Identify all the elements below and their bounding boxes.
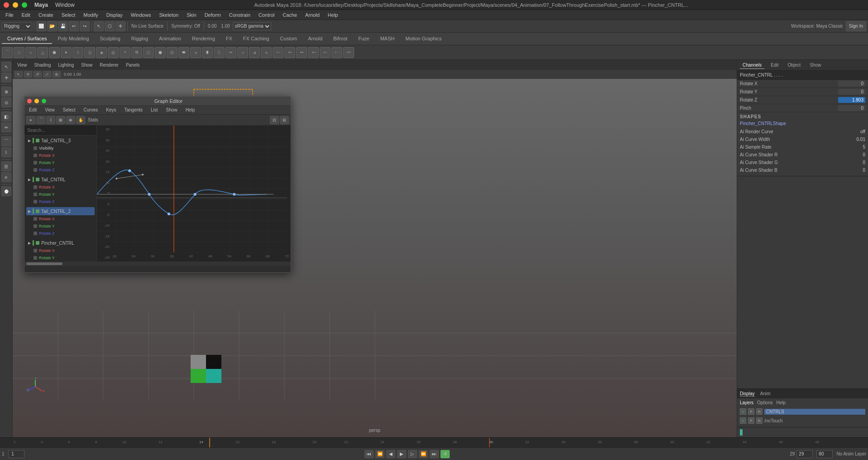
ge-sub-rotatey-pincher[interactable]: Rotate Y [26,254,95,261]
render-btn[interactable]: ◧ [1,111,11,121]
next-frame-btn[interactable]: ▷ [408,450,417,458]
sculpt-btn[interactable]: ⌇ [1,147,11,157]
ge-sub-rotatex-tail[interactable]: Rotate X [26,184,95,191]
channel-rotate-z[interactable]: Rotate Z 1.803 [737,96,868,104]
shelf-icon-12[interactable]: ⧉ [131,47,142,58]
vp-menu-view[interactable]: View [14,62,30,68]
tab-sculpting[interactable]: Sculpting [95,34,126,44]
tab-channels[interactable]: Channels [740,62,764,69]
shelf-icon-16[interactable]: ⬬ [178,47,189,58]
ge-key-btn[interactable]: ⋄ [26,116,35,124]
ge-maximize-btn[interactable] [42,99,46,103]
ge-pan-btn[interactable]: ✋ [76,116,85,124]
shelf-icon-29[interactable]: ⬸ [331,47,342,58]
shelf-icon-24[interactable]: ⬳ [273,47,283,58]
vp-btn-move[interactable]: ✛ [24,71,32,77]
ge-sub-rotatex-pincher[interactable]: Rotate X [26,247,95,254]
gamma-select[interactable]: sRGB gamma [233,22,271,30]
shelf-icon-11[interactable]: ⌗ [120,47,130,58]
save-scene-btn[interactable]: 💾 [58,21,68,31]
menu-create[interactable]: Create [35,11,57,19]
ge-group-tail-header[interactable]: ▶ Tail_CNTRL [26,175,95,184]
ge-sub-rotatey-tail2[interactable]: Rotate Y [26,223,95,230]
shelf-icon-9[interactable]: ◈ [96,47,107,58]
ge-scrollbar-horizontal[interactable] [24,261,291,266]
ge-group-pincher-header[interactable]: ▶ Pincher_CNTRL [26,239,95,247]
vp-btn-scale[interactable]: ⤢ [43,71,51,77]
ge-sub-rotatex-tail2[interactable]: Rotate X [26,215,95,223]
menu-control[interactable]: Control [255,11,278,19]
curve-tool-btn[interactable]: ⌒ [1,136,11,146]
tab-show[interactable]: Show [807,62,824,68]
lasso-tool-btn[interactable]: ⬡ [105,21,115,31]
shelf-icon-15[interactable]: ⌬ [167,47,177,58]
vp-menu-lighting[interactable]: Lighting [55,62,77,68]
ge-menu-show[interactable]: Show [163,107,180,113]
maximize-button[interactable] [22,2,27,8]
tab-fuze[interactable]: Fuze [353,34,374,44]
menu-edit[interactable]: Edit [18,11,34,19]
vp-menu-panels[interactable]: Panels [123,62,143,68]
channel-value-rx[interactable]: 0 [838,81,865,87]
move-tool-btn[interactable]: ✛ [115,21,125,31]
shelf-icon-6[interactable]: ✦ [61,47,72,58]
tab-motion-graphics[interactable]: Motion Graphics [400,34,447,44]
viewport[interactable]: View Shading Lighting Show Renderer Pane… [13,60,737,437]
ge-menu-select[interactable]: Select [60,107,78,113]
tab-rendering[interactable]: Rendering [187,34,221,44]
window-menu[interactable]: Window [55,2,75,8]
ge-menu-view[interactable]: View [42,107,58,113]
vp-menu-show[interactable]: Show [78,62,95,68]
channel-value-ry[interactable]: 0 [838,89,865,95]
current-frame-input[interactable] [796,450,813,458]
ge-sub-rotatez-tail2[interactable]: Rotate Z [26,230,95,237]
menu-constrain[interactable]: Constrain [225,11,254,19]
tab-edit[interactable]: Edit [768,62,781,68]
channel-value-pinch[interactable]: 0 [838,105,865,111]
shelf-icon-4[interactable]: △ [37,47,48,58]
channel-value-rz[interactable]: 1.803 [838,97,865,103]
ge-menu-edit[interactable]: Edit [26,107,39,113]
ge-buffer-btn[interactable]: ⊟ [280,116,289,124]
menu-skin[interactable]: Skin [183,11,200,19]
tab-display[interactable]: Display [740,391,755,397]
layers-btn[interactable]: ☰ [1,161,11,171]
menu-modify[interactable]: Modify [80,11,101,19]
layer-tab-layers[interactable]: Layers [740,400,753,405]
goto-start-btn[interactable]: ⏮ [364,450,374,458]
shelf-icon-2[interactable]: □ [14,47,24,58]
open-scene-btn[interactable]: 📂 [47,21,57,31]
vp-btn-select[interactable]: ↖ [14,71,23,77]
tab-mash[interactable]: MASH [375,34,400,44]
undo-btn[interactable]: ↩ [69,21,79,31]
tab-fx[interactable]: FX [221,34,238,44]
menu-cache[interactable]: Cache [279,11,301,19]
ge-minimize-btn[interactable] [34,99,39,103]
tab-rigging[interactable]: Rigging [126,34,153,44]
ge-menu-keys[interactable]: Keys [103,107,119,113]
shelf-icon-18[interactable]: ⬮ [202,47,213,58]
tab-bifrost[interactable]: Bifrost [328,34,353,44]
ge-fit-btn[interactable]: ⊞ [56,116,65,124]
ge-sub-rotatez-tail3[interactable]: Rotate Z [26,166,95,174]
transform-btn[interactable]: ✛ [1,73,11,82]
shelf-icon-28[interactable]: ⬷ [320,47,331,58]
shelf-icon-20[interactable]: ⬰ [225,47,236,58]
ge-sub-rotatex-tail3[interactable]: Rotate X [26,152,95,159]
ge-curve-btn[interactable]: ⌒ [36,116,45,124]
channel-pinch[interactable]: Pinch 0 [737,104,868,112]
new-scene-btn[interactable]: ⬜ [36,21,46,31]
layer-p-cntrls[interactable]: P [748,408,754,415]
layer-tab-options[interactable]: Options [757,400,772,405]
layer-v-cntrls[interactable]: V [740,408,746,415]
layer-r-notouch[interactable]: R [756,417,762,424]
prev-frame-btn[interactable]: ◀ [386,450,395,458]
tab-curves-surfaces[interactable]: Curves / Surfaces [2,34,52,44]
shelf-icon-7[interactable]: ⌇ [72,47,83,58]
tab-anim[interactable]: Anim [760,391,771,396]
ge-sub-rotatez-tail[interactable]: Rotate Z [26,198,95,205]
tab-poly-modeling[interactable]: Poly Modeling [52,34,94,44]
paint-btn[interactable]: ✏ [1,122,11,132]
redo-btn[interactable]: ↪ [80,21,90,31]
vp-menu-shading[interactable]: Shading [32,62,54,68]
